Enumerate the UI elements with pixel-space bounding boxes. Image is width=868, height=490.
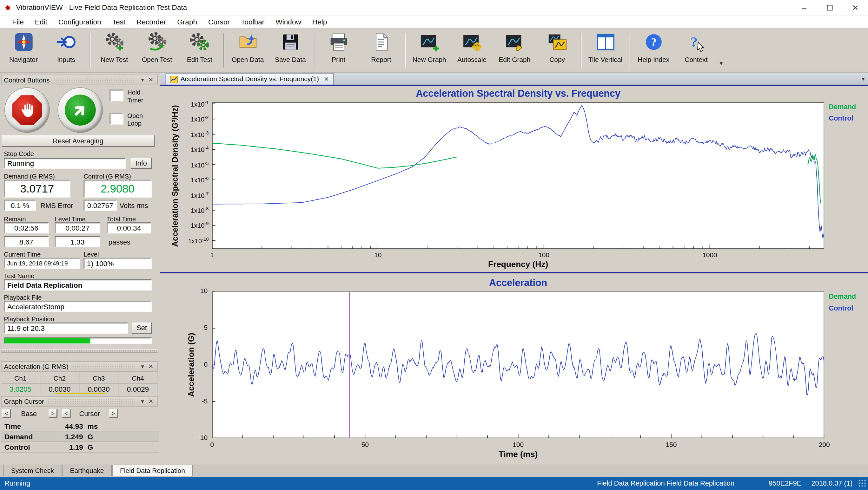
chart-splitter[interactable] xyxy=(160,272,868,273)
navigator-icon xyxy=(14,32,34,52)
hand-icon xyxy=(19,101,36,119)
toolbar-separator xyxy=(629,33,630,68)
accel-plot-area[interactable] xyxy=(212,291,824,438)
menu-item-file[interactable]: File xyxy=(7,18,29,26)
resize-grip-icon[interactable] xyxy=(858,479,867,488)
document-tab-label: Acceleration Spectral Density vs. Freque… xyxy=(181,75,319,83)
panel-collapse-icon[interactable]: ▾ xyxy=(138,363,147,370)
maximize-button[interactable] xyxy=(817,0,843,15)
autoscale-icon xyxy=(462,32,482,52)
cursor-row-unit: G xyxy=(88,443,93,451)
toolbar-button-save-data[interactable]: Save Data xyxy=(269,31,312,64)
control-buttons-panel-title: Control Buttons xyxy=(4,76,50,84)
document-tab-asd[interactable]: Acceleration Spectral Density vs. Freque… xyxy=(166,73,334,85)
toolbar-button-print[interactable]: Print xyxy=(317,31,360,64)
menu-item-graph[interactable]: Graph xyxy=(172,18,203,26)
asd-plot-area[interactable] xyxy=(212,102,824,249)
edittest-icon xyxy=(189,32,210,52)
cursor-row-label: Demand xyxy=(4,432,33,440)
toolbar-overflow-chevron-icon[interactable]: ▾ xyxy=(718,60,725,67)
menu-item-help[interactable]: Help xyxy=(307,18,333,26)
minimize-button[interactable]: – xyxy=(792,0,817,15)
asd-y-tick-label: 1x10-10 xyxy=(172,236,209,244)
playback-position-value[interactable]: 11.9 of 20.3 xyxy=(4,323,128,334)
base-prev-button[interactable]: < xyxy=(2,409,10,418)
accel-y-tick-label: 0 xyxy=(184,360,208,368)
panel-collapse-icon[interactable]: ▾ xyxy=(138,76,147,84)
charts-area: Acceleration Spectral Density vs. Freque… xyxy=(160,85,868,465)
channel-header-ch4: Ch4 xyxy=(119,373,158,384)
toolbar-button-edit-graph[interactable]: Edit Graph xyxy=(493,31,536,64)
cursor-label: Cursor xyxy=(79,410,100,417)
cursor-prev-button[interactable]: < xyxy=(62,409,70,418)
panel-close-icon[interactable]: ✕ xyxy=(147,363,155,370)
set-button[interactable]: Set xyxy=(132,323,152,334)
asd-y-tick-label: 1x10-6 xyxy=(172,175,209,184)
level-value: 1) 100% xyxy=(84,258,152,269)
toolbar-button-edit-test[interactable]: Edit Test xyxy=(178,31,221,64)
stop-code-input[interactable] xyxy=(4,158,126,169)
stop-button[interactable] xyxy=(5,88,50,132)
accel-highlight-underline xyxy=(55,393,105,394)
helpindex-icon: ? xyxy=(644,32,663,52)
panel-splitter-grip[interactable] xyxy=(1,349,158,353)
panel-close-icon[interactable]: ✕ xyxy=(147,398,155,405)
test-tab-bar: System CheckEarthquakeField Data Replica… xyxy=(0,465,868,477)
toolbar-button-navigator[interactable]: Navigator xyxy=(2,31,45,64)
stop-sign-icon xyxy=(12,95,43,126)
toolbar-button-label: Edit Graph xyxy=(499,56,530,63)
toolbar-button-report[interactable]: Report xyxy=(360,31,402,64)
panel-close-icon[interactable]: ✕ xyxy=(147,76,155,84)
test-tab-field-data-replication[interactable]: Field Data Replication xyxy=(112,465,193,477)
toolbar-button-context[interactable]: ?Context xyxy=(675,31,717,64)
hold-timer-checkbox[interactable] xyxy=(110,90,123,101)
toolbar-button-tile-vertical[interactable]: Tile Vertical xyxy=(584,31,626,64)
tab-list-chevron-icon[interactable]: ▾ xyxy=(862,75,865,83)
info-button[interactable]: Info xyxy=(131,158,152,169)
control-buttons-panel-header: Control Buttons ▾ ✕ xyxy=(1,74,158,85)
accel-chart-title: Acceleration xyxy=(212,277,824,289)
toolbar-button-copy[interactable]: Copy xyxy=(536,31,578,64)
asd-y-tick-label: 1x10-2 xyxy=(172,115,209,123)
main-toolbar: NavigatorInputsNew TestOpen TestEdit Tes… xyxy=(0,28,868,73)
channel-value-ch4: 0.0029 xyxy=(119,384,158,395)
reset-averaging-button[interactable]: Reset Averaging xyxy=(2,135,154,147)
title-bar: VibrationVIEW - Live Field Data Replicat… xyxy=(0,0,868,15)
menu-item-cursor[interactable]: Cursor xyxy=(203,18,236,26)
close-button[interactable]: ✕ xyxy=(843,0,868,15)
toolbar-button-autoscale[interactable]: Autoscale xyxy=(451,31,493,64)
open-loop-checkbox[interactable] xyxy=(110,113,123,125)
menu-item-window[interactable]: Window xyxy=(270,18,307,26)
test-tab-system-check[interactable]: System Check xyxy=(3,465,62,477)
menu-item-edit[interactable]: Edit xyxy=(29,18,53,26)
start-button[interactable] xyxy=(58,88,102,132)
tab-close-icon[interactable]: ✕ xyxy=(324,75,329,83)
cursor-next-button[interactable]: > xyxy=(109,409,117,418)
document-tab-bar: Acceleration Spectral Density vs. Freque… xyxy=(160,73,868,85)
accel-y-tick-label: 5 xyxy=(184,324,208,331)
menu-item-test[interactable]: Test xyxy=(106,18,131,26)
graph-cursor-panel-header: Graph Cursor ▾ ✕ xyxy=(1,396,158,406)
minimize-icon: – xyxy=(802,3,807,12)
asd-y-tick-label: 1x10-5 xyxy=(172,160,209,168)
asd-y-tick-label: 1x10-8 xyxy=(172,206,209,214)
toolbar-button-new-test[interactable]: New Test xyxy=(93,31,135,64)
toolbar-button-open-data[interactable]: Open Data xyxy=(226,31,269,64)
toolbar-button-help-index[interactable]: ?Help Index xyxy=(632,31,675,64)
accel-x-tick-label: 0 xyxy=(195,441,229,449)
current-time-value: Jun 19, 2018 09:49:19 xyxy=(4,258,80,269)
base-next-button[interactable]: > xyxy=(49,409,57,418)
menu-item-toolbar[interactable]: Toolbar xyxy=(236,18,270,26)
toolbar-button-new-graph[interactable]: New Graph xyxy=(408,31,451,64)
toolbar-button-label: Navigator xyxy=(9,56,38,63)
toolbar-button-open-test[interactable]: Open Test xyxy=(135,31,178,64)
menu-item-configuration[interactable]: Configuration xyxy=(53,18,106,26)
toolbar-button-inputs[interactable]: Inputs xyxy=(45,31,87,64)
test-tab-earthquake[interactable]: Earthquake xyxy=(62,465,112,477)
panel-collapse-icon[interactable]: ▾ xyxy=(138,398,147,405)
playback-position-label: Playback Position xyxy=(4,316,54,323)
menu-item-recorder[interactable]: Recorder xyxy=(131,18,172,26)
asd-y-tick-label: 1x10-3 xyxy=(172,130,209,138)
total-time-label: Total Time xyxy=(107,216,136,222)
control-sidebar: Control Buttons ▾ ✕ Hold Timer Open Loop… xyxy=(0,73,160,465)
